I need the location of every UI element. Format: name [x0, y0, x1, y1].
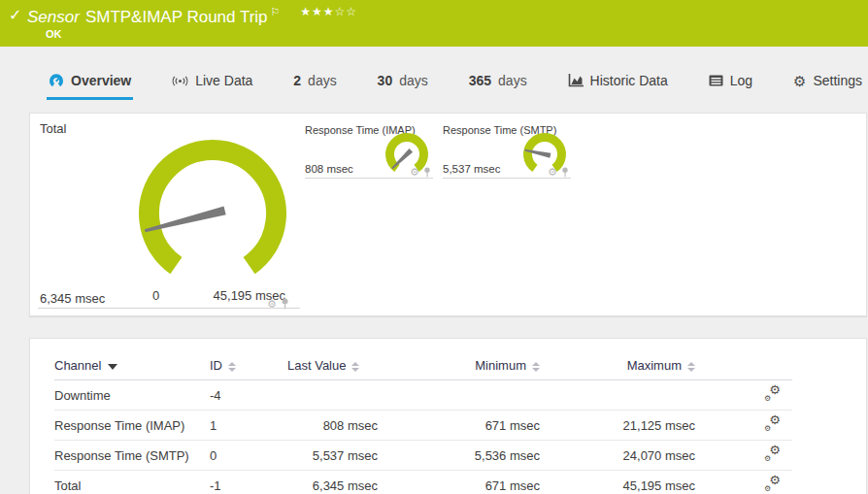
- table-row-total: Total -1 6,345 msec 671 msec 45,195 msec…: [54, 471, 792, 494]
- channel-settings-icon[interactable]: ⚙⚙: [765, 446, 781, 461]
- cell-minimum: 671 msec: [378, 411, 540, 441]
- smtp-gauge-divider: [443, 178, 571, 179]
- cell-channel: Total: [54, 471, 210, 494]
- cell-maximum: [540, 380, 695, 411]
- tab-settings[interactable]: ⚙ Settings: [791, 67, 864, 100]
- page-title: SMTP&IMAP Round Trip: [85, 8, 268, 26]
- total-gauge-value: 6,345 msec: [40, 291, 105, 306]
- sensor-title-line: SensorSMTP&IMAP Round Trip⚐ ★★★☆☆: [27, 5, 357, 27]
- tab-historic-data[interactable]: Historic Data: [566, 67, 670, 100]
- log-icon: [709, 75, 723, 86]
- imap-gauge-actions: ⚙: [410, 167, 431, 178]
- cell-minimum: 5,536 msec: [378, 441, 540, 471]
- sensor-header: ✓ SensorSMTP&IMAP Round Trip⚐ ★★★☆☆ OK: [0, 0, 868, 47]
- cell-last-value: 5,537 msec: [287, 441, 378, 471]
- cell-maximum: 24,070 msec: [540, 441, 695, 471]
- status-badge: OK: [46, 28, 62, 40]
- cell-id: -1: [210, 471, 287, 494]
- cell-id: 0: [210, 441, 287, 471]
- column-header-maximum-label: Maximum: [627, 358, 682, 373]
- cell-channel: Downtime: [54, 380, 210, 411]
- smtp-gauge-actions: ⚙: [548, 167, 569, 178]
- tab-2-days[interactable]: 2 days: [291, 67, 338, 100]
- column-header-channel-label: Channel: [54, 358, 101, 373]
- sort-icon: [532, 362, 540, 372]
- stars-empty[interactable]: ☆☆: [334, 5, 357, 18]
- cell-id: -4: [210, 380, 287, 411]
- tab-365-days-number: 365: [469, 73, 491, 88]
- total-gauge-divider: [38, 308, 300, 309]
- column-header-settings: [695, 352, 792, 380]
- tab-overview-label: Overview: [71, 73, 131, 88]
- channels-table-card: Channel ID Last Value Minimum Maximum: [29, 338, 867, 494]
- imap-gauge-divider: [305, 178, 433, 179]
- tab-overview[interactable]: Overview: [47, 67, 133, 100]
- cell-maximum: 45,195 msec: [540, 471, 695, 494]
- smtp-gauge-value: 5,537 msec: [443, 163, 500, 175]
- column-header-last-value[interactable]: Last Value: [287, 352, 378, 380]
- cell-minimum: [378, 380, 540, 411]
- cell-id: 1: [210, 411, 287, 441]
- favorite-stars[interactable]: ★★★☆☆: [300, 5, 357, 18]
- total-gauge: [130, 136, 295, 281]
- column-header-maximum[interactable]: Maximum: [540, 352, 695, 380]
- gauge-pin-icon[interactable]: [423, 167, 431, 178]
- sort-icon: [351, 362, 359, 372]
- stars-filled[interactable]: ★★★: [300, 5, 334, 18]
- cell-channel: Response Time (SMTP): [54, 441, 210, 471]
- tab-live-data[interactable]: Live Data: [170, 67, 254, 100]
- tab-365-days-unit: days: [498, 73, 527, 88]
- tab-log-label: Log: [730, 73, 752, 88]
- priority-flag-icon[interactable]: ⚐: [271, 6, 281, 17]
- gauge-icon: [49, 74, 64, 87]
- tab-365-days[interactable]: 365 days: [467, 67, 529, 100]
- overview-gauges-card: Total 6,345 msec 0 45,195 msec ⚙ Respons…: [29, 113, 867, 316]
- live-data-icon: [172, 75, 188, 87]
- total-gauge-title: Total: [40, 121, 66, 136]
- cell-channel: Response Time (IMAP): [54, 411, 210, 441]
- imap-gauge-value: 808 msec: [305, 163, 353, 175]
- table-row-downtime: Downtime -4 ⚙⚙: [54, 380, 792, 411]
- tab-2-days-number: 2: [293, 73, 301, 88]
- channels-table: Channel ID Last Value Minimum Maximum: [54, 352, 792, 494]
- sort-icon: [687, 362, 695, 372]
- column-header-minimum-label: Minimum: [475, 358, 526, 373]
- cell-last-value: [287, 380, 378, 411]
- gauge-gear-icon[interactable]: ⚙: [548, 167, 557, 178]
- channel-settings-icon[interactable]: ⚙⚙: [765, 477, 781, 491]
- table-row-response-time-smtp: Response Time (SMTP) 0 5,537 msec 5,536 …: [54, 441, 792, 471]
- sort-desc-icon: [108, 364, 117, 370]
- tab-2-days-unit: days: [308, 73, 337, 88]
- table-header-row: Channel ID Last Value Minimum Maximum: [54, 352, 792, 380]
- tab-30-days-number: 30: [378, 73, 393, 88]
- tab-bar: Overview Live Data 2 days 30 days 365 da…: [0, 47, 868, 100]
- tab-historic-data-label: Historic Data: [590, 73, 668, 88]
- column-header-id-label: ID: [210, 358, 222, 373]
- cell-last-value: 6,345 msec: [287, 471, 378, 494]
- column-header-channel[interactable]: Channel: [54, 352, 210, 380]
- gauge-gear-icon[interactable]: ⚙: [410, 167, 419, 178]
- tab-live-data-label: Live Data: [195, 73, 252, 88]
- tab-log[interactable]: Log: [707, 67, 754, 100]
- sort-icon: [228, 362, 236, 372]
- column-header-last-value-label: Last Value: [287, 358, 346, 373]
- table-row-response-time-imap: Response Time (IMAP) 1 808 msec 671 msec…: [54, 411, 792, 441]
- tab-30-days-unit: days: [399, 73, 428, 88]
- tab-settings-label: Settings: [813, 73, 862, 88]
- cell-minimum: 671 msec: [378, 471, 540, 494]
- historic-data-icon: [568, 74, 584, 87]
- channel-settings-icon[interactable]: ⚙⚙: [765, 386, 781, 401]
- total-gauge-scale-min: 0: [152, 288, 159, 303]
- channel-settings-icon[interactable]: ⚙⚙: [765, 416, 781, 431]
- tab-30-days[interactable]: 30 days: [376, 67, 430, 100]
- column-header-minimum[interactable]: Minimum: [378, 352, 540, 380]
- gauge-pin-icon[interactable]: [561, 167, 569, 178]
- settings-gear-icon: ⚙: [793, 74, 806, 88]
- column-header-id[interactable]: ID: [210, 352, 287, 380]
- ok-check-icon: ✓: [9, 6, 21, 24]
- cell-maximum: 21,125 msec: [540, 411, 695, 441]
- sensor-kind-label: Sensor: [27, 8, 80, 26]
- cell-last-value: 808 msec: [287, 411, 378, 441]
